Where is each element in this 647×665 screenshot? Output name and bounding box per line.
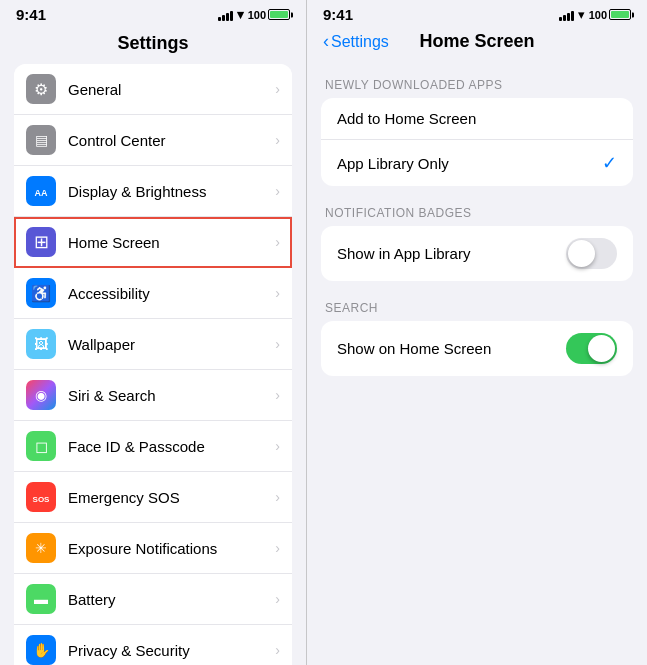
section-label-1: NOTIFICATION BADGES	[321, 190, 633, 226]
battery-rect	[268, 9, 290, 20]
toggle-show-app-library[interactable]	[566, 238, 617, 269]
wallpaper-icon	[26, 329, 56, 359]
faceid-icon-glyph	[35, 437, 48, 456]
signal-icon	[218, 9, 233, 21]
option-row-app-library[interactable]: App Library Only✓	[321, 140, 633, 186]
left-status-icons: ▾ 100	[218, 7, 290, 22]
option-label-add-home: Add to Home Screen	[337, 110, 617, 127]
right-battery-icon: 100	[589, 9, 631, 21]
wallpaper-label: Wallpaper	[68, 336, 275, 353]
privacy-label: Privacy & Security	[68, 642, 275, 659]
general-icon-glyph	[34, 80, 48, 99]
back-button[interactable]: ‹ Settings	[323, 31, 389, 52]
settings-item-sos[interactable]: Emergency SOS›	[14, 472, 292, 523]
right-panel-title: Home Screen	[419, 31, 534, 52]
settings-item-home-screen[interactable]: Home Screen›	[14, 217, 292, 268]
control-center-chevron: ›	[275, 132, 280, 148]
settings-item-siri[interactable]: Siri & Search›	[14, 370, 292, 421]
exposure-icon-glyph	[35, 539, 47, 557]
faceid-chevron: ›	[275, 438, 280, 454]
sos-icon-glyph	[33, 488, 50, 506]
accessibility-label: Accessibility	[68, 285, 275, 302]
chevron-left-icon: ‹	[323, 31, 329, 52]
right-battery-pct: 100	[589, 9, 607, 21]
right-wifi-icon: ▾	[578, 7, 585, 22]
siri-icon-glyph	[35, 386, 47, 404]
section-label-0: NEWLY DOWNLOADED APPS	[321, 62, 633, 98]
option-row-show-home-screen: Show on Home Screen	[321, 321, 633, 376]
siri-label: Siri & Search	[68, 387, 275, 404]
privacy-icon	[26, 635, 56, 665]
home-screen-icon-glyph	[34, 231, 49, 253]
option-group-2: Show on Home Screen	[321, 321, 633, 376]
settings-item-display[interactable]: Display & Brightness›	[14, 166, 292, 217]
battery-fill	[270, 11, 288, 18]
control-center-icon-glyph	[35, 131, 48, 149]
option-label-show-home-screen: Show on Home Screen	[337, 340, 566, 357]
settings-item-exposure[interactable]: Exposure Notifications›	[14, 523, 292, 574]
settings-group-0: General›Control Center›Display & Brightn…	[14, 64, 292, 665]
settings-item-battery[interactable]: Battery›	[14, 574, 292, 625]
section-label-2: SEARCH	[321, 285, 633, 321]
left-status-bar: 9:41 ▾ 100	[0, 0, 306, 27]
general-icon	[26, 74, 56, 104]
wifi-icon: ▾	[237, 7, 244, 22]
right-status-bar: 9:41 ▾ 100	[307, 0, 647, 27]
settings-item-general[interactable]: General›	[14, 64, 292, 115]
display-label: Display & Brightness	[68, 183, 275, 200]
accessibility-chevron: ›	[275, 285, 280, 301]
privacy-icon-glyph	[33, 641, 50, 659]
left-time: 9:41	[16, 6, 46, 23]
control-center-label: Control Center	[68, 132, 275, 149]
sos-chevron: ›	[275, 489, 280, 505]
battery-icon	[26, 584, 56, 614]
battery-pct: 100	[248, 9, 266, 21]
option-label-show-app-library: Show in App Library	[337, 245, 566, 262]
faceid-label: Face ID & Passcode	[68, 438, 275, 455]
battery-chevron: ›	[275, 591, 280, 607]
option-row-show-app-library: Show in App Library	[321, 226, 633, 281]
settings-item-accessibility[interactable]: Accessibility›	[14, 268, 292, 319]
right-signal-icon	[559, 9, 574, 21]
exposure-icon	[26, 533, 56, 563]
settings-list: General›Control Center›Display & Brightn…	[0, 64, 306, 665]
general-label: General	[68, 81, 275, 98]
settings-item-privacy[interactable]: Privacy & Security›	[14, 625, 292, 665]
left-panel: 9:41 ▾ 100 Settings General›Control Cent…	[0, 0, 307, 665]
toggle-show-home-screen[interactable]	[566, 333, 617, 364]
control-center-icon	[26, 125, 56, 155]
right-time: 9:41	[323, 6, 353, 23]
accessibility-icon-glyph	[31, 284, 51, 303]
display-chevron: ›	[275, 183, 280, 199]
option-group-0: Add to Home ScreenApp Library Only✓	[321, 98, 633, 186]
faceid-icon	[26, 431, 56, 461]
home-screen-icon	[26, 227, 56, 257]
accessibility-icon	[26, 278, 56, 308]
right-status-icons: ▾ 100	[559, 7, 631, 22]
right-battery-rect	[609, 9, 631, 20]
siri-icon	[26, 380, 56, 410]
settings-item-wallpaper[interactable]: Wallpaper›	[14, 319, 292, 370]
wallpaper-icon-glyph	[34, 335, 48, 353]
privacy-chevron: ›	[275, 642, 280, 658]
wallpaper-chevron: ›	[275, 336, 280, 352]
settings-item-faceid[interactable]: Face ID & Passcode›	[14, 421, 292, 472]
display-icon	[26, 176, 56, 206]
checkmark-app-library: ✓	[602, 152, 617, 174]
right-panel-header: ‹ Settings Home Screen	[307, 27, 647, 62]
exposure-chevron: ›	[275, 540, 280, 556]
home-screen-label: Home Screen	[68, 234, 275, 251]
left-panel-title: Settings	[0, 27, 306, 64]
right-content: NEWLY DOWNLOADED APPSAdd to Home ScreenA…	[307, 62, 647, 665]
option-row-add-home[interactable]: Add to Home Screen	[321, 98, 633, 140]
toggle-knob-show-home-screen	[588, 335, 615, 362]
battery-icon: 100	[248, 9, 290, 21]
toggle-knob-show-app-library	[568, 240, 595, 267]
settings-item-control-center[interactable]: Control Center›	[14, 115, 292, 166]
back-label: Settings	[331, 33, 389, 51]
general-chevron: ›	[275, 81, 280, 97]
display-icon-glyph	[35, 182, 48, 200]
sos-icon	[26, 482, 56, 512]
sos-label: Emergency SOS	[68, 489, 275, 506]
battery-label: Battery	[68, 591, 275, 608]
